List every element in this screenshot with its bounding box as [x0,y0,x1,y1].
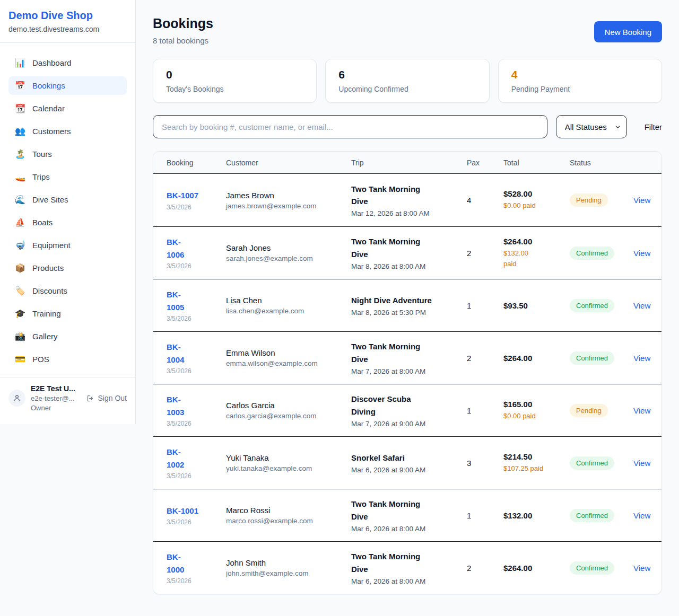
stat-value: 4 [511,68,649,81]
table-row: BK- 1002 3/5/2026 Yuki Tanaka yuki.tanak… [153,436,661,489]
booking-id-link[interactable]: BK- 1004 [167,341,220,366]
status-badge: Pending [570,193,608,207]
sign-out-button[interactable]: Sign Out [86,394,127,402]
products-icon: 📦 [15,263,25,273]
customer-email: carlos.garcia@example.com [226,412,345,420]
booking-id-link[interactable]: BK- 1002 [167,446,220,471]
view-link[interactable]: View [629,459,650,468]
sidebar-nav-item[interactable]: 📅 Bookings [8,76,127,95]
bookings-icon: 📅 [15,81,25,91]
booking-date: 3/5/2026 [167,204,220,211]
total-amount: $165.00 [503,400,563,409]
trip-datetime: Mar 8, 2026 at 5:30 PM [351,309,460,316]
sidebar-nav-label: Discounts [32,286,67,295]
column-header-booking: Booking [153,159,226,167]
table-controls: All Statuses Filter [153,115,662,138]
stat-label: Pending Payment [511,85,649,93]
sidebar-nav-item[interactable]: 📊 Dashboard [8,54,127,72]
view-link[interactable]: View [629,354,650,363]
sidebar-nav-item[interactable]: 📆 Calendar [8,99,127,118]
avatar [8,390,25,407]
pax-count: 1 [467,406,503,415]
table-row: BK- 1000 3/5/2026 John Smith john.smith@… [153,541,661,594]
booking-id-link[interactable]: BK-1001 [167,505,220,517]
sidebar-nav-item[interactable]: 🤿 Equipment [8,236,127,254]
main-content: Bookings 8 total bookings New Booking 0 … [136,0,679,610]
customer-email: john.smith@example.com [226,569,345,577]
stat-value: 6 [338,68,476,81]
pos-icon: 💳 [15,354,25,364]
sidebar-nav-item[interactable]: ⛵ Boats [8,213,127,232]
sidebar-nav-label: Equipment [32,241,71,250]
status-badge: Confirmed [570,456,614,470]
table-row: BK-1001 3/5/2026 Marco Rossi marco.rossi… [153,489,661,541]
stat-card: 6 Upcoming Confirmed [325,59,489,103]
booking-id-link[interactable]: BK- 1005 [167,288,220,313]
sidebar-nav-item[interactable]: 🚤 Trips [8,168,127,186]
total-amount: $264.00 [503,354,563,363]
sidebar-nav-item[interactable]: 🏷️ Discounts [8,281,127,300]
column-header-status: Status [570,159,629,167]
search-input[interactable] [153,115,547,138]
new-booking-button[interactable]: New Booking [594,21,662,42]
customer-email: sarah.jones@example.com [226,254,345,262]
view-link[interactable]: View [629,249,650,258]
filter-button[interactable]: Filter [645,122,662,131]
sidebar-nav-item[interactable]: 🏝️ Tours [8,145,127,163]
view-link[interactable]: View [629,406,650,415]
pax-count: 4 [467,196,503,205]
trip-datetime: Mar 6, 2026 at 9:00 AM [351,466,460,474]
booking-date: 3/5/2026 [167,518,220,526]
trip-datetime: Mar 8, 2026 at 8:00 AM [351,262,460,270]
booking-id-link[interactable]: BK- 1006 [167,236,220,261]
trip-name: Two Tank Morning Dive [351,550,460,575]
sidebar-nav-item[interactable]: 👥 Customers [8,122,127,140]
stat-card: 0 Today's Bookings [153,59,317,103]
sidebar: Demo Dive Shop demo.test.divestreams.com… [0,0,136,424]
table-row: BK-1007 3/5/2026 James Brown james.brown… [153,174,661,226]
paid-amount: $0.00 paid [503,411,563,421]
sidebar-nav-label: Calendar [32,104,65,113]
sidebar-nav-item[interactable]: 💳 POS [8,350,127,368]
status-filter-wrap: All Statuses [556,115,627,138]
sidebar-nav-item[interactable]: 📦 Products [8,259,127,277]
equipment-icon: 🤿 [15,240,25,250]
column-header-customer: Customer [226,159,351,167]
view-link[interactable]: View [629,564,650,573]
pax-count: 2 [467,249,503,258]
view-link[interactable]: View [629,511,650,520]
sidebar-nav-label: Trips [32,172,50,181]
booking-id-link[interactable]: BK-1007 [167,189,220,201]
stat-cards: 0 Today's Bookings 6 Upcoming Confirmed … [153,59,662,103]
discounts-icon: 🏷️ [15,286,25,296]
sidebar-nav-label: Dashboard [32,58,71,67]
sidebar-nav-item[interactable]: 🎓 Training [8,304,127,323]
total-amount: $528.00 [503,189,563,198]
view-link[interactable]: View [629,196,650,205]
booking-id-link[interactable]: BK- 1000 [167,551,220,576]
view-link[interactable]: View [629,301,650,310]
dive-sites-icon: 🌊 [15,195,25,205]
sidebar-nav: 📊 Dashboard 📅 Bookings 📆 Calendar 👥 Cust… [0,43,135,377]
status-filter-select[interactable]: All Statuses [556,115,627,138]
customer-email: james.brown@example.com [226,202,345,210]
brand: Demo Dive Shop demo.test.divestreams.com [0,0,135,43]
status-badge: Confirmed [570,351,614,365]
sidebar-nav-label: Boats [32,218,53,227]
sidebar-nav-label: Bookings [32,81,65,90]
pax-count: 3 [467,459,503,468]
sidebar-nav-item[interactable]: 📸 Gallery [8,327,127,346]
booking-date: 3/5/2026 [167,420,220,427]
booking-id-link[interactable]: BK- 1003 [167,393,220,418]
sidebar-nav-label: POS [32,355,49,364]
sidebar-nav-item[interactable]: 🌊 Dive Sites [8,190,127,209]
trip-name: Discover Scuba Diving [351,393,460,418]
customer-name: John Smith [226,558,345,567]
total-amount: $132.00 [503,511,563,520]
page-header: Bookings 8 total bookings New Booking [153,16,662,45]
paid-amount: $107.25 paid [503,463,563,474]
customer-name: Emma Wilson [226,348,345,357]
shop-domain: demo.test.divestreams.com [8,25,127,33]
customer-email: marco.rossi@example.com [226,517,345,525]
table-header-row: Booking Customer Trip Pax Total Status [153,152,661,174]
